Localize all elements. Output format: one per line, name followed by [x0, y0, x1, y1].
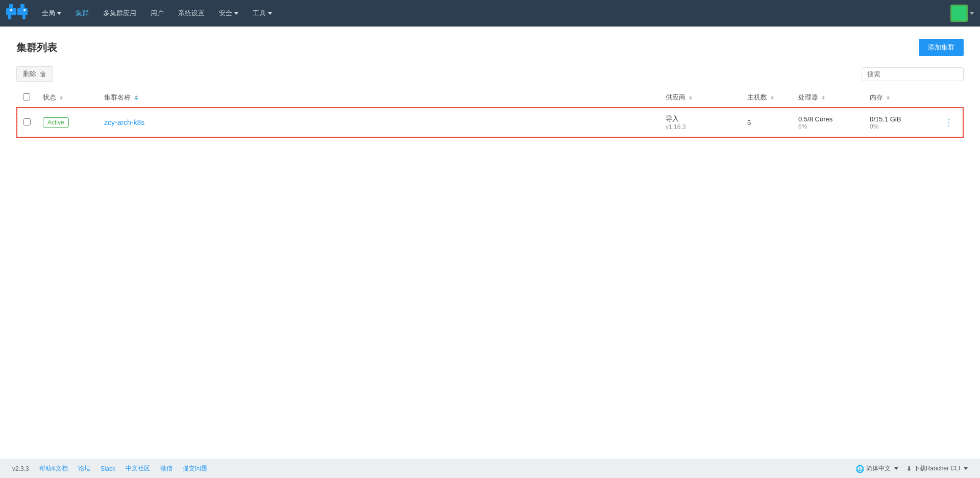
nav-item-tools[interactable]: 工具	[246, 0, 279, 27]
sort-memory-icon[interactable]	[887, 96, 890, 99]
svg-rect-2	[9, 4, 13, 9]
download-icon: ⬇	[906, 465, 912, 472]
sort-up-icon	[60, 96, 63, 97]
lang-caret-icon	[894, 467, 898, 470]
delete-button-label: 删除	[23, 69, 36, 79]
nav-item-security[interactable]: 安全	[212, 0, 246, 27]
nav-item-multi-cluster-label: 多集群应用	[103, 9, 136, 18]
th-provider: 供应商	[659, 88, 741, 108]
globe-icon: 🌐	[855, 465, 864, 473]
nav-item-system-settings[interactable]: 系统设置	[171, 0, 212, 27]
logo[interactable]	[6, 4, 31, 22]
nav-item-tools-label: 工具	[253, 9, 266, 18]
nav-item-global[interactable]: 全局	[35, 0, 68, 27]
nav-global-caret-icon	[57, 12, 61, 15]
cluster-name-link[interactable]: zcy-arch-k8s	[104, 118, 144, 127]
footer-download-button[interactable]: ⬇ 下载Rancher CLI	[906, 464, 968, 473]
row-actions-cell: ⋮	[935, 108, 963, 137]
table-row: Active zcy-arch-k8s 导入 v1.16.3 5 0.5/8 C…	[17, 108, 963, 137]
sort-down-icon	[134, 98, 138, 100]
cpu-main: 0.5/8 Cores	[798, 115, 857, 123]
row-cpu-cell: 0.5/8 Cores 6%	[792, 108, 864, 137]
memory-sub: 0%	[870, 123, 929, 130]
th-cpu: 处理器	[792, 88, 864, 108]
nav-item-security-label: 安全	[219, 9, 232, 18]
footer-link-forum[interactable]: 论坛	[78, 464, 90, 473]
user-avatar[interactable]	[950, 5, 968, 22]
table-body: Active zcy-arch-k8s 导入 v1.16.3 5 0.5/8 C…	[17, 108, 963, 137]
user-avatar-inner	[952, 6, 966, 20]
footer-download-label: 下载Rancher CLI	[914, 464, 960, 473]
row-name-cell: zcy-arch-k8s	[98, 108, 659, 137]
footer-link-submit-issue[interactable]: 提交问题	[183, 464, 207, 473]
nav-items: 全局 集群 多集群应用 用户 系统设置 安全 工具	[35, 0, 950, 27]
footer: v2.3.3 帮助&文档 论坛 Slack 中文社区 微信 提交问题 🌐 简体中…	[0, 459, 980, 478]
sort-hosts-icon[interactable]	[771, 96, 774, 99]
provider-main: 导入	[666, 114, 735, 123]
trash-icon: 🗑	[39, 70, 46, 78]
page-title: 集群列表	[16, 41, 57, 55]
status-badge: Active	[43, 117, 69, 128]
th-provider-label: 供应商	[666, 93, 685, 101]
th-hosts-label: 主机数	[747, 93, 767, 101]
sort-provider-icon[interactable]	[689, 96, 692, 99]
sort-name-icon[interactable]	[134, 95, 138, 100]
hosts-value: 5	[747, 119, 751, 127]
th-memory: 内存	[864, 88, 935, 108]
sort-down-icon	[887, 98, 890, 99]
row-checkbox[interactable]	[23, 118, 31, 125]
svg-rect-4	[8, 14, 11, 19]
navbar-right	[950, 5, 974, 22]
th-checkbox	[17, 88, 37, 108]
user-menu-caret-icon[interactable]	[970, 12, 974, 15]
footer-link-help-docs[interactable]: 帮助&文档	[39, 464, 68, 473]
th-name: 集群名称	[98, 88, 659, 108]
navbar: 全局 集群 多集群应用 用户 系统设置 安全 工具	[0, 0, 980, 27]
th-memory-label: 内存	[870, 93, 883, 101]
delete-button[interactable]: 删除 🗑	[16, 66, 53, 82]
sort-up-icon	[822, 96, 825, 97]
th-status-label: 状态	[43, 93, 56, 101]
th-cpu-label: 处理器	[798, 93, 818, 101]
cluster-table: 状态 集群名称 供应商	[16, 88, 964, 138]
nav-item-multi-cluster-app[interactable]: 多集群应用	[96, 0, 143, 27]
nav-item-cluster-label: 集群	[76, 9, 89, 18]
footer-link-chinese-community[interactable]: 中文社区	[126, 464, 150, 473]
row-memory-cell: 0/15.1 GiB 0%	[864, 108, 935, 137]
select-all-checkbox[interactable]	[23, 93, 30, 100]
toolbar: 删除 🗑	[16, 66, 964, 82]
sort-down-icon	[689, 98, 692, 99]
nav-item-users[interactable]: 用户	[143, 0, 171, 27]
row-status-cell: Active	[37, 108, 98, 137]
nav-item-users-label: 用户	[151, 9, 164, 18]
footer-right: 🌐 简体中文 ⬇ 下载Rancher CLI	[855, 464, 968, 473]
footer-link-slack[interactable]: Slack	[101, 465, 115, 472]
th-name-label: 集群名称	[104, 93, 131, 101]
sort-cpu-icon[interactable]	[822, 96, 825, 99]
sort-up-icon	[771, 96, 774, 97]
sort-status-icon[interactable]	[60, 96, 63, 99]
svg-rect-5	[22, 14, 26, 19]
footer-lang-label: 简体中文	[866, 464, 891, 473]
footer-link-wechat[interactable]: 微信	[160, 464, 173, 473]
svg-rect-1	[17, 8, 28, 15]
row-checkbox-cell	[17, 108, 37, 137]
footer-version: v2.3.3	[12, 465, 29, 472]
row-actions-button[interactable]: ⋮	[941, 115, 957, 130]
nav-item-global-label: 全局	[42, 9, 55, 18]
sort-up-icon	[887, 96, 890, 97]
search-input[interactable]	[862, 67, 964, 81]
th-hosts: 主机数	[741, 88, 792, 108]
add-cluster-button[interactable]: 添加集群	[919, 39, 964, 56]
svg-point-7	[23, 9, 26, 11]
memory-main: 0/15.1 GiB	[870, 115, 929, 123]
nav-security-caret-icon	[234, 12, 238, 15]
nav-tools-caret-icon	[268, 12, 272, 15]
svg-rect-3	[20, 4, 24, 9]
sort-down-icon	[822, 98, 825, 99]
nav-item-cluster[interactable]: 集群	[68, 0, 96, 27]
sort-down-icon	[60, 98, 63, 99]
footer-lang-selector[interactable]: 🌐 简体中文	[855, 464, 898, 473]
download-caret-icon	[964, 467, 968, 470]
sort-up-icon	[134, 95, 138, 97]
